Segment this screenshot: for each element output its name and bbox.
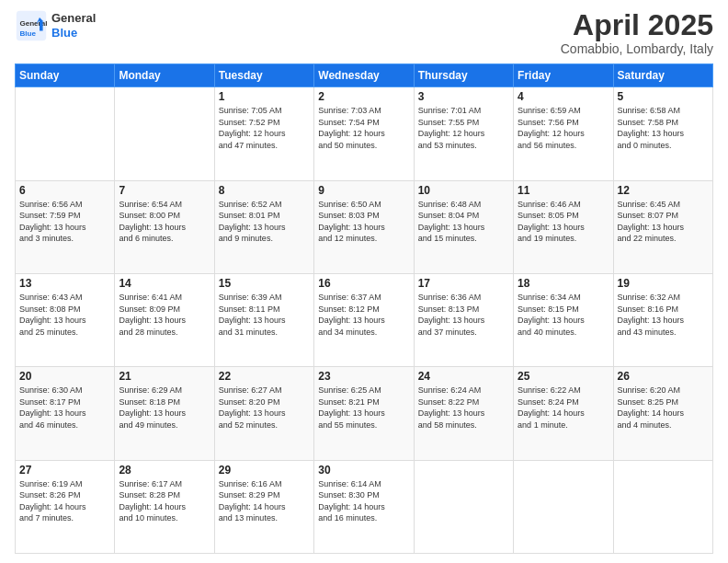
day-info: Sunrise: 6:58 AM Sunset: 7:58 PM Dayligh… — [618, 105, 709, 151]
day-number: 11 — [518, 184, 609, 197]
day-number: 3 — [418, 90, 509, 103]
weekday-tuesday: Tuesday — [214, 64, 313, 87]
day-number: 26 — [618, 370, 709, 383]
calendar-cell: 10Sunrise: 6:48 AM Sunset: 8:04 PM Dayli… — [414, 180, 513, 273]
calendar-cell: 6Sunrise: 6:56 AM Sunset: 7:59 PM Daylig… — [16, 180, 115, 273]
day-info: Sunrise: 6:16 AM Sunset: 8:29 PM Dayligh… — [219, 478, 310, 524]
weekday-header-row: SundayMondayTuesdayWednesdayThursdayFrid… — [16, 64, 713, 87]
weekday-friday: Friday — [514, 64, 613, 87]
calendar-cell: 15Sunrise: 6:39 AM Sunset: 8:11 PM Dayli… — [214, 273, 313, 366]
calendar-table: SundayMondayTuesdayWednesdayThursdayFrid… — [15, 63, 713, 554]
header: General Blue General Blue April 2025 Com… — [15, 9, 713, 56]
weekday-sunday: Sunday — [16, 64, 115, 87]
calendar-cell: 8Sunrise: 6:52 AM Sunset: 8:01 PM Daylig… — [214, 180, 313, 273]
calendar-cell: 12Sunrise: 6:45 AM Sunset: 8:07 PM Dayli… — [613, 180, 712, 273]
day-info: Sunrise: 6:14 AM Sunset: 8:30 PM Dayligh… — [318, 478, 409, 524]
day-number: 20 — [19, 370, 110, 383]
day-number: 19 — [618, 277, 709, 290]
svg-text:Blue: Blue — [19, 29, 36, 38]
calendar-cell: 9Sunrise: 6:50 AM Sunset: 8:03 PM Daylig… — [314, 180, 414, 273]
day-info: Sunrise: 6:29 AM Sunset: 8:18 PM Dayligh… — [119, 385, 210, 431]
calendar-cell: 3Sunrise: 7:01 AM Sunset: 7:55 PM Daylig… — [414, 87, 513, 180]
title-block: April 2025 Comabbio, Lombardy, Italy — [561, 9, 713, 56]
calendar-cell: 7Sunrise: 6:54 AM Sunset: 8:00 PM Daylig… — [115, 180, 214, 273]
day-number: 10 — [418, 184, 509, 197]
day-info: Sunrise: 6:36 AM Sunset: 8:13 PM Dayligh… — [418, 292, 509, 338]
day-info: Sunrise: 6:50 AM Sunset: 8:03 PM Dayligh… — [318, 199, 409, 245]
day-number: 9 — [318, 184, 409, 197]
page: General Blue General Blue April 2025 Com… — [0, 0, 728, 563]
day-number: 1 — [219, 90, 310, 103]
calendar-cell: 29Sunrise: 6:16 AM Sunset: 8:29 PM Dayli… — [214, 460, 313, 553]
calendar-cell: 26Sunrise: 6:20 AM Sunset: 8:25 PM Dayli… — [613, 367, 712, 460]
svg-text:General: General — [19, 19, 47, 28]
day-number: 12 — [618, 184, 709, 197]
calendar-cell — [613, 460, 712, 553]
calendar-cell: 4Sunrise: 6:59 AM Sunset: 7:56 PM Daylig… — [514, 87, 613, 180]
day-number: 5 — [618, 90, 709, 103]
day-number: 29 — [219, 464, 310, 477]
day-number: 2 — [318, 90, 409, 103]
day-info: Sunrise: 6:48 AM Sunset: 8:04 PM Dayligh… — [418, 199, 509, 245]
calendar-cell: 27Sunrise: 6:19 AM Sunset: 8:26 PM Dayli… — [16, 460, 115, 553]
day-info: Sunrise: 7:05 AM Sunset: 7:52 PM Dayligh… — [219, 105, 310, 151]
calendar-cell: 13Sunrise: 6:43 AM Sunset: 8:08 PM Dayli… — [16, 273, 115, 366]
day-number: 13 — [19, 277, 110, 290]
day-info: Sunrise: 7:03 AM Sunset: 7:54 PM Dayligh… — [318, 105, 409, 151]
day-info: Sunrise: 6:39 AM Sunset: 8:11 PM Dayligh… — [219, 292, 310, 338]
day-number: 8 — [219, 184, 310, 197]
logo-icon: General Blue — [15, 9, 48, 42]
logo-general: General — [51, 11, 96, 26]
day-number: 4 — [518, 90, 609, 103]
calendar-cell: 5Sunrise: 6:58 AM Sunset: 7:58 PM Daylig… — [613, 87, 712, 180]
day-number: 17 — [418, 277, 509, 290]
day-info: Sunrise: 6:24 AM Sunset: 8:22 PM Dayligh… — [418, 385, 509, 431]
calendar-cell: 16Sunrise: 6:37 AM Sunset: 8:12 PM Dayli… — [314, 273, 414, 366]
day-number: 16 — [318, 277, 409, 290]
day-number: 15 — [219, 277, 310, 290]
day-info: Sunrise: 6:52 AM Sunset: 8:01 PM Dayligh… — [219, 199, 310, 245]
day-info: Sunrise: 6:54 AM Sunset: 8:00 PM Dayligh… — [119, 199, 210, 245]
week-row-0: 1Sunrise: 7:05 AM Sunset: 7:52 PM Daylig… — [16, 87, 713, 180]
day-info: Sunrise: 6:46 AM Sunset: 8:05 PM Dayligh… — [518, 199, 609, 245]
day-number: 25 — [518, 370, 609, 383]
day-number: 6 — [19, 184, 110, 197]
calendar-cell — [514, 460, 613, 553]
day-number: 30 — [318, 464, 409, 477]
calendar-cell: 19Sunrise: 6:32 AM Sunset: 8:16 PM Dayli… — [613, 273, 712, 366]
calendar-cell: 11Sunrise: 6:46 AM Sunset: 8:05 PM Dayli… — [514, 180, 613, 273]
day-info: Sunrise: 6:20 AM Sunset: 8:25 PM Dayligh… — [618, 385, 709, 431]
day-info: Sunrise: 6:22 AM Sunset: 8:24 PM Dayligh… — [518, 385, 609, 431]
location: Comabbio, Lombardy, Italy — [561, 41, 713, 56]
weekday-saturday: Saturday — [613, 64, 712, 87]
weekday-thursday: Thursday — [414, 64, 513, 87]
calendar-cell: 1Sunrise: 7:05 AM Sunset: 7:52 PM Daylig… — [214, 87, 313, 180]
day-number: 7 — [119, 184, 210, 197]
logo: General Blue General Blue — [15, 9, 96, 42]
calendar-cell: 30Sunrise: 6:14 AM Sunset: 8:30 PM Dayli… — [314, 460, 414, 553]
calendar-cell: 25Sunrise: 6:22 AM Sunset: 8:24 PM Dayli… — [514, 367, 613, 460]
calendar-cell: 17Sunrise: 6:36 AM Sunset: 8:13 PM Dayli… — [414, 273, 513, 366]
day-info: Sunrise: 6:59 AM Sunset: 7:56 PM Dayligh… — [518, 105, 609, 151]
logo-blue: Blue — [51, 26, 96, 40]
week-row-1: 6Sunrise: 6:56 AM Sunset: 7:59 PM Daylig… — [16, 180, 713, 273]
day-number: 22 — [219, 370, 310, 383]
calendar-cell: 14Sunrise: 6:41 AM Sunset: 8:09 PM Dayli… — [115, 273, 214, 366]
day-info: Sunrise: 6:27 AM Sunset: 8:20 PM Dayligh… — [219, 385, 310, 431]
day-info: Sunrise: 7:01 AM Sunset: 7:55 PM Dayligh… — [418, 105, 509, 151]
day-info: Sunrise: 6:34 AM Sunset: 8:15 PM Dayligh… — [518, 292, 609, 338]
day-info: Sunrise: 6:17 AM Sunset: 8:28 PM Dayligh… — [119, 478, 210, 524]
calendar-cell — [115, 87, 214, 180]
week-row-2: 13Sunrise: 6:43 AM Sunset: 8:08 PM Dayli… — [16, 273, 713, 366]
week-row-3: 20Sunrise: 6:30 AM Sunset: 8:17 PM Dayli… — [16, 367, 713, 460]
month-title: April 2025 — [561, 9, 713, 41]
weekday-monday: Monday — [115, 64, 214, 87]
day-info: Sunrise: 6:19 AM Sunset: 8:26 PM Dayligh… — [19, 478, 110, 524]
calendar-cell: 18Sunrise: 6:34 AM Sunset: 8:15 PM Dayli… — [514, 273, 613, 366]
calendar-cell: 22Sunrise: 6:27 AM Sunset: 8:20 PM Dayli… — [214, 367, 313, 460]
calendar-cell: 20Sunrise: 6:30 AM Sunset: 8:17 PM Dayli… — [16, 367, 115, 460]
day-info: Sunrise: 6:41 AM Sunset: 8:09 PM Dayligh… — [119, 292, 210, 338]
calendar-cell: 23Sunrise: 6:25 AM Sunset: 8:21 PM Dayli… — [314, 367, 414, 460]
day-info: Sunrise: 6:45 AM Sunset: 8:07 PM Dayligh… — [618, 199, 709, 245]
calendar-cell: 2Sunrise: 7:03 AM Sunset: 7:54 PM Daylig… — [314, 87, 414, 180]
